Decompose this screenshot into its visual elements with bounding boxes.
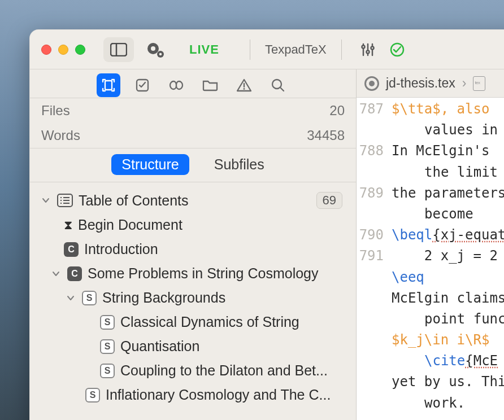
infinity-icon <box>168 80 185 91</box>
settings-button[interactable] <box>144 38 167 61</box>
record-icon <box>364 76 379 91</box>
checkmark-circle-icon <box>389 42 405 58</box>
infinity-tool-button[interactable] <box>164 73 188 97</box>
separator <box>250 40 250 60</box>
tex-file-icon <box>473 76 485 91</box>
svg-rect-13 <box>105 81 112 90</box>
outline-classical[interactable]: S Classical Dynamics of String <box>33 310 350 334</box>
chevron-down-icon[interactable] <box>40 196 51 204</box>
section-badge-icon: S <box>82 291 97 305</box>
warnings-tool-button[interactable] <box>232 73 256 97</box>
sliders-button[interactable] <box>357 38 379 61</box>
outline-introduction[interactable]: C Introduction <box>33 237 350 261</box>
sidebar-panel: Files 20 Words 34458 Structure Subfiles <box>30 69 357 420</box>
editor-breadcrumb[interactable]: jd-thesis.tex › <box>357 69 504 98</box>
words-label: Words <box>41 128 80 143</box>
svg-point-9 <box>362 45 364 48</box>
search-tool-button[interactable] <box>266 73 290 97</box>
tab-structure[interactable]: Structure <box>111 154 189 175</box>
section-badge-icon: S <box>85 388 100 403</box>
titlebar: LIVE TexpadTeX <box>30 30 504 69</box>
outline-item-label: Inflationary Cosmology and The C... <box>106 387 331 403</box>
app-window: LIVE TexpadTeX <box>29 29 504 420</box>
chapter-badge-icon: C <box>67 266 82 281</box>
stats-pane: Files 20 Words 34458 <box>30 98 356 148</box>
checklist-tool-button[interactable] <box>131 73 154 97</box>
outline-toc-row[interactable]: Table of Contents 69 <box>33 188 350 213</box>
svg-rect-0 <box>111 43 127 56</box>
status-ok-button[interactable] <box>386 38 409 61</box>
outline-quantisation[interactable]: S Quantisation <box>33 334 350 358</box>
toolbar-left <box>103 37 167 62</box>
list-icon <box>57 194 73 207</box>
outline-begin-document[interactable]: ⧗ Begin Document <box>33 213 350 237</box>
code-editor[interactable]: 787 788 789 790 791 $\tta$, also values … <box>357 98 504 420</box>
outline-tool-button[interactable] <box>97 73 120 97</box>
chevron-down-icon[interactable] <box>50 270 62 278</box>
close-window-button[interactable] <box>41 45 51 55</box>
tab-subfiles[interactable]: Subfiles <box>204 154 275 175</box>
outline-string-bg[interactable]: S String Backgrounds <box>33 286 350 310</box>
focus-document-icon <box>101 78 116 93</box>
sidebar-panel-icon <box>110 43 127 56</box>
svg-point-11 <box>371 46 373 49</box>
section-badge-icon: S <box>100 339 115 354</box>
section-badge-icon: S <box>100 315 115 330</box>
search-icon <box>271 78 285 93</box>
outline-item-label: String Backgrounds <box>102 290 225 306</box>
section-badge-icon: S <box>100 364 115 378</box>
warning-triangle-icon <box>236 78 252 93</box>
svg-point-10 <box>366 50 369 53</box>
minimize-window-button[interactable] <box>58 45 68 55</box>
gear-icon <box>146 41 165 58</box>
sliders-icon <box>360 42 375 57</box>
typeset-mode-label[interactable]: LIVE <box>189 42 219 57</box>
chevron-down-icon[interactable] <box>65 294 76 302</box>
toc-label: Table of Contents <box>79 193 189 209</box>
outline-item-label: Classical Dynamics of String <box>120 314 299 330</box>
main-content: Files 20 Words 34458 Structure Subfiles <box>30 69 504 420</box>
outline-item-label: Quantisation <box>120 338 199 355</box>
toggle-sidebar-button[interactable] <box>103 37 134 62</box>
words-count: 34458 <box>307 128 345 143</box>
outline-tree: Table of Contents 69 ⧗ Begin Document C … <box>30 182 356 420</box>
folder-tool-button[interactable] <box>198 73 222 97</box>
files-label: Files <box>41 103 70 119</box>
code-content[interactable]: $\tta$, also values in In McElgin's the … <box>389 98 504 420</box>
svg-line-18 <box>280 88 284 91</box>
chevron-right-icon: › <box>462 76 467 91</box>
chapter-badge-icon: C <box>64 242 79 257</box>
zoom-window-button[interactable] <box>75 45 85 55</box>
files-count: 20 <box>329 103 345 119</box>
window-controls <box>41 45 85 55</box>
outline-problems[interactable]: C Some Problems in String Cosmology <box>33 261 350 286</box>
outline-item-label: Introduction <box>84 241 158 257</box>
words-stat-row[interactable]: Words 34458 <box>30 123 356 148</box>
editor-pane: jd-thesis.tex › 787 788 789 790 791 $\tt… <box>357 69 504 420</box>
checkbox-icon <box>135 78 150 93</box>
sidebar-tabs: Structure Subfiles <box>30 148 356 182</box>
breadcrumb-filename: jd-thesis.tex <box>386 76 455 91</box>
separator <box>341 40 342 60</box>
hourglass-icon: ⧗ <box>64 218 72 233</box>
outline-inflationary[interactable]: S Inflationary Cosmology and The C... <box>33 383 350 407</box>
outline-item-label: Some Problems in String Cosmology <box>88 265 319 282</box>
svg-point-3 <box>151 46 155 51</box>
files-stat-row[interactable]: Files 20 <box>30 98 356 123</box>
toc-count-badge: 69 <box>316 192 342 209</box>
outline-item-label: Coupling to the Dilaton and Bet... <box>120 362 328 379</box>
sidebar-toolbar <box>30 69 356 98</box>
outline-item-label: Begin Document <box>78 217 183 233</box>
typeset-engine-label[interactable]: TexpadTeX <box>265 42 327 57</box>
svg-point-16 <box>243 88 245 90</box>
outline-coupling[interactable]: S Coupling to the Dilaton and Bet... <box>33 358 350 383</box>
svg-point-5 <box>159 53 162 55</box>
folder-icon <box>202 79 218 91</box>
line-gutter: 787 788 789 790 791 <box>357 98 389 420</box>
